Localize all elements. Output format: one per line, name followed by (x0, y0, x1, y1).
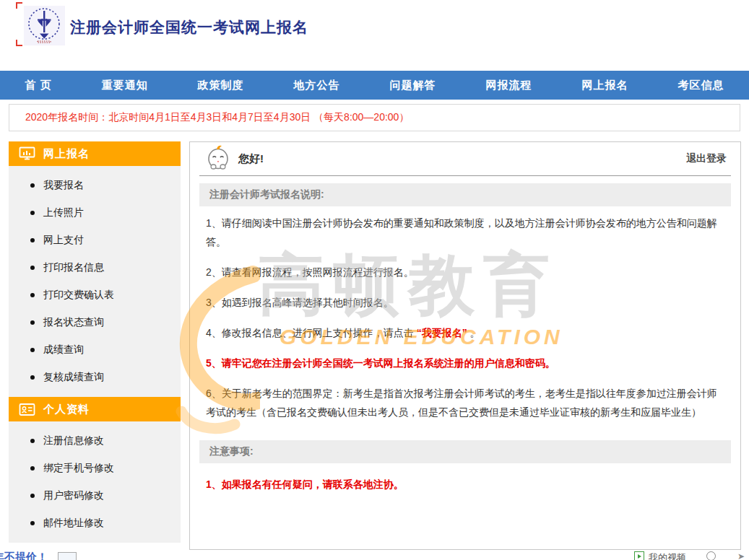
sidebar-item[interactable]: 绑定手机号修改 (9, 455, 181, 482)
page: 注册会计师全国统一考试网上报名 首 页重要通知政策制度地方公告问题解答网报流程网… (0, 0, 749, 560)
bottom-cutoff-strip: 年不提价！ 我的视频 ➤ (0, 551, 749, 560)
nav-item-4[interactable]: 地方公告 (294, 79, 340, 92)
instruction-5: 5、请牢记您在注册会计师全国统一考试网上报名系统注册的用户信息和密码。 (206, 354, 724, 372)
annotation-corner-mark (16, 40, 22, 46)
nav-item-2[interactable]: 重要通知 (102, 79, 148, 92)
sidebar-item-label: 报名状态查询 (43, 316, 104, 329)
instructions-title: 注册会计师考试报名说明: (209, 188, 324, 201)
notes-list: 1、如果报名有任何疑问，请联系各地注协。 (190, 463, 740, 494)
bottom-ad-link[interactable]: 年不提价！ (0, 551, 48, 560)
instruction-4: 4、修改报名信息、进行网上支付操作，请点击 “我要报名” 。 (206, 323, 724, 342)
nav-item-8[interactable]: 考区信息 (677, 79, 724, 92)
notes-title-bar: 注意事项: (199, 440, 731, 463)
bullet-icon (30, 521, 35, 525)
sidebar-item-label: 上传照片 (43, 206, 84, 219)
site-title: 注册会计师全国统一考试网上报名 (70, 17, 308, 38)
cicpa-logo-icon (24, 6, 65, 45)
notice-banner: 2020年报名时间：北京时间4月1日至4月3日和4月7日至4月30日 （每天8:… (9, 104, 740, 131)
sidebar-item-label: 用户密码修改 (43, 489, 104, 502)
bullet-icon (30, 320, 35, 325)
sidebar-item[interactable]: 打印交费确认表 (9, 281, 181, 309)
logout-button[interactable]: 退出登录 (686, 152, 727, 165)
sidebar-section-title: 网上报名 (43, 147, 90, 161)
bullet-icon (30, 211, 35, 215)
sidebar-item-label: 邮件地址修改 (43, 517, 104, 530)
note-1: 1、如果报名有任何疑问，请联系各地注协。 (206, 475, 724, 494)
instruction-1: 1、请仔细阅读中国注册会计师协会发布的重要通知和政策制度，以及地方注册会计师协会… (206, 214, 724, 251)
sidebar-item[interactable]: 打印报名信息 (9, 254, 181, 281)
bullet-icon (30, 266, 35, 270)
sidebar-item-label: 我要报名 (43, 179, 84, 192)
bullet-icon (30, 494, 35, 498)
sidebar-item-label: 成绩查询 (43, 344, 84, 356)
id-card-icon (19, 403, 35, 416)
sidebar-item[interactable]: 上传照片 (9, 199, 181, 227)
sidebar-item[interactable]: 注册信息修改 (9, 427, 181, 455)
main-panel: 您好! 退出登录 注册会计师考试报名说明: 1、请仔细阅读中国注册会计师协会发布… (189, 141, 741, 550)
video-label[interactable]: 我的视频 (649, 551, 686, 560)
notes-title: 注意事项: (209, 445, 254, 458)
sidebar-item-label: 打印报名信息 (43, 261, 104, 274)
video-icon[interactable] (634, 551, 644, 560)
notice-text: 2020年报名时间：北京时间4月1日至4月3日和4月7日至4月30日 （每天8:… (25, 111, 409, 124)
sidebar-item-label: 绑定手机号修改 (43, 462, 114, 475)
bullet-icon (30, 238, 35, 242)
bullet-icon (30, 439, 35, 443)
sidebar-item[interactable]: 报名状态查询 (9, 309, 181, 336)
nav-item-6[interactable]: 网报流程 (486, 79, 532, 92)
user-avatar-icon (204, 142, 233, 175)
nav-item-5[interactable]: 问题解答 (390, 79, 436, 92)
bullet-icon (30, 293, 35, 297)
bullet-icon (30, 348, 35, 352)
share-icon[interactable]: ➤ (737, 551, 745, 560)
bullet-icon (30, 183, 35, 188)
sidebar-item[interactable]: 成绩查询 (9, 336, 181, 364)
sidebar-list-2: 注册信息修改绑定手机号修改用户密码修改邮件地址修改 (9, 421, 181, 543)
nav-item-7[interactable]: 网上报名 (581, 79, 628, 92)
sidebar-item-label: 注册信息修改 (43, 434, 104, 447)
sidebar-list-1: 我要报名上传照片网上支付打印报名信息打印交费确认表报名状态查询成绩查询复核成绩查… (9, 166, 181, 397)
circle-icon[interactable] (706, 551, 716, 560)
sidebar: 网上报名我要报名上传照片网上支付打印报名信息打印交费确认表报名状态查询成绩查询复… (9, 141, 181, 543)
annotation-corner-mark (16, 2, 22, 9)
sidebar-item[interactable]: 用户密码修改 (9, 482, 181, 509)
sidebar-item-label: 网上支付 (43, 234, 84, 247)
main-nav: 首 页重要通知政策制度地方公告问题解答网报流程网上报名考区信息 (0, 71, 749, 100)
sidebar-item[interactable]: 我要报名 (9, 172, 181, 199)
instruction-6: 6、关于新老考生的范围界定：新考生是指首次报考注册会计师考试的考生，老考生是指以… (206, 384, 724, 421)
instructions-list: 1、请仔细阅读中国注册会计师协会发布的重要通知和政策制度，以及地方注册会计师协会… (190, 206, 740, 421)
monitor-icon (19, 146, 35, 161)
video-widget: 我的视频 ➤ (634, 551, 745, 560)
sidebar-item-label: 打印交费确认表 (43, 289, 114, 302)
instruction-3: 3、如遇到报名高峰请选择其他时间报名。 (206, 293, 724, 312)
sidebar-item[interactable]: 网上支付 (9, 227, 181, 254)
nav-item-3[interactable]: 政策制度 (198, 79, 244, 92)
sidebar-item-label: 复核成绩查询 (43, 371, 104, 384)
greeting-text: 您好! (238, 152, 264, 166)
bullet-icon (30, 466, 35, 471)
instructions-title-bar: 注册会计师考试报名说明: (199, 183, 731, 206)
highlighted-link-text: “我要报名” (417, 327, 467, 338)
sidebar-section-header-2: 个人资料 (9, 397, 181, 421)
sidebar-item[interactable]: 复核成绩查询 (9, 364, 181, 391)
bullet-icon (30, 375, 35, 380)
header: 注册会计师全国统一考试网上报名 (0, 0, 749, 70)
bottom-ad-tag (58, 552, 77, 560)
sidebar-section-title: 个人资料 (43, 403, 90, 416)
greeting-row: 您好! 退出登录 (199, 142, 731, 176)
instruction-2: 2、请查看网报流程，按照网报流程进行报名。 (206, 263, 724, 281)
sidebar-item[interactable]: 邮件地址修改 (9, 509, 181, 537)
sidebar-section-header-1: 网上报名 (9, 141, 181, 166)
nav-item-1[interactable]: 首 页 (25, 79, 51, 92)
